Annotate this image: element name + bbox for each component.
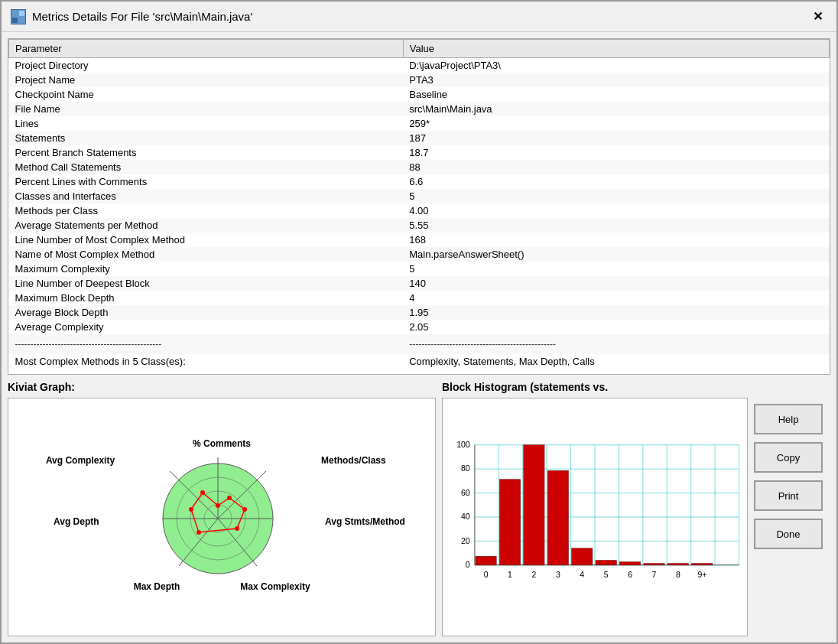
param-value: 18.7 [403, 145, 829, 160]
done-button[interactable]: Done [754, 519, 823, 549]
svg-text:9+: 9+ [697, 571, 706, 579]
param-value: 5.55 [403, 218, 829, 233]
param-name: Statements [9, 131, 404, 145]
svg-rect-54 [667, 564, 688, 565]
svg-text:80: 80 [461, 464, 470, 473]
svg-rect-53 [644, 564, 664, 565]
svg-rect-55 [692, 564, 713, 565]
param-name: Method Call Statements [9, 160, 404, 174]
table-row: Project NamePTA3 [9, 73, 830, 87]
svg-point-20 [200, 490, 205, 495]
content-area: Parameter Value Project DirectoryD:\java… [2, 32, 836, 642]
window-title: Metrics Details For File 'src\Main\Main.… [32, 10, 252, 23]
kiviat-container: % Comments Methods/Class Avg Stmts/Metho… [8, 398, 436, 636]
svg-point-18 [197, 530, 201, 535]
title-bar-left: Metrics Details For File 'src\Main\Main.… [11, 9, 252, 24]
param-name: Line Number of Most Complex Method [9, 233, 404, 247]
svg-rect-49 [547, 470, 568, 565]
help-button[interactable]: Help [754, 404, 823, 434]
kiviat-label-left: Avg Depth [54, 516, 99, 527]
svg-text:7: 7 [652, 571, 657, 579]
copy-button[interactable]: Copy [754, 442, 823, 473]
table-row: Percent Branch Statements18.7 [9, 145, 830, 160]
svg-text:3: 3 [556, 571, 560, 579]
bottom-section: Kiviat Graph: % Comments Methods/Class A… [8, 381, 830, 636]
svg-text:1: 1 [508, 571, 512, 579]
kiviat-label-topright: Methods/Class [321, 455, 386, 466]
main-window: Metrics Details For File 'src\Main\Main.… [0, 0, 838, 644]
param-name: Percent Lines with Comments [9, 174, 404, 189]
param-value: src\Main\Main.java [403, 102, 829, 116]
svg-text:4: 4 [580, 571, 584, 579]
table-row: Checkpoint NameBaseline [9, 87, 830, 102]
svg-text:2: 2 [531, 571, 536, 579]
title-bar: Metrics Details For File 'src\Main\Main.… [2, 2, 836, 32]
param-name: Project Directory [9, 58, 404, 73]
param-value: Main.parseAnswerSheet() [403, 247, 829, 262]
svg-rect-52 [619, 562, 640, 565]
print-button[interactable]: Print [754, 480, 823, 511]
param-name: Line Number of Deepest Block [9, 276, 404, 291]
histogram-svg: 0 20 40 60 80 100 [443, 398, 747, 636]
svg-rect-50 [572, 548, 593, 565]
table-row: Percent Lines with Comments6.6 [9, 174, 830, 189]
table-row: Classes and Interfaces5 [9, 189, 830, 203]
buttons-panel: Help Copy Print Done [754, 381, 830, 636]
param-value: 5 [403, 189, 829, 203]
svg-rect-46 [476, 556, 496, 565]
col-header-value: Value [403, 40, 829, 58]
table-row: Lines259* [9, 116, 830, 131]
svg-text:40: 40 [461, 512, 470, 521]
separator-row: ----------------------------------------… [9, 334, 830, 354]
svg-rect-3 [19, 18, 24, 23]
param-value: 4 [403, 291, 829, 305]
param-name: Name of Most Complex Method [9, 247, 404, 262]
svg-text:20: 20 [461, 537, 470, 545]
svg-point-17 [235, 526, 239, 531]
param-name: File Name [9, 102, 404, 116]
table-row: Maximum Complexity5 [9, 262, 830, 276]
param-value: 1.95 [403, 305, 829, 320]
param-value: Baseline [403, 87, 829, 102]
param-value: 4.00 [403, 203, 829, 218]
svg-point-14 [216, 503, 220, 508]
param-name: Average Block Depth [9, 305, 404, 320]
app-icon [11, 9, 26, 24]
svg-text:0: 0 [466, 561, 470, 569]
table-row: Methods per Class4.00 [9, 203, 830, 218]
param-value: 140 [403, 276, 829, 291]
complex-methods-row: Most Complex Methods in 5 Class(es):Comp… [9, 354, 830, 369]
kiviat-title: Kiviat Graph: [8, 381, 436, 393]
svg-rect-48 [524, 445, 544, 565]
table-row: Statements187 [9, 131, 830, 145]
close-button[interactable]: ✕ [808, 8, 827, 25]
table-row: Maximum Block Depth4 [9, 291, 830, 305]
svg-text:8: 8 [676, 571, 680, 579]
table-row: Name of Most Complex MethodMain.parseAns… [9, 247, 830, 262]
param-value: 259* [403, 116, 829, 131]
param-value: 88 [403, 160, 829, 174]
svg-rect-0 [12, 11, 18, 16]
kiviat-label-top: % Comments [193, 438, 251, 449]
kiviat-panel: Kiviat Graph: % Comments Methods/Class A… [8, 381, 436, 636]
table-row: Average Complexity2.05 [9, 320, 830, 334]
param-name: Average Statements per Method [9, 218, 404, 233]
table-row: Line Number of Deepest Block140 [9, 276, 830, 291]
metrics-table-container[interactable]: Parameter Value Project DirectoryD:\java… [8, 38, 830, 375]
param-value: D:\javaProject\PTA3\ [403, 58, 829, 73]
param-value: 2.05 [403, 320, 829, 334]
svg-point-19 [189, 507, 193, 512]
param-name: Average Complexity [9, 320, 404, 334]
svg-rect-51 [596, 561, 616, 565]
param-name: Maximum Block Depth [9, 291, 404, 305]
table-row: File Namesrc\Main\Main.java [9, 102, 830, 116]
svg-rect-47 [499, 480, 520, 565]
svg-rect-1 [19, 11, 24, 16]
param-value: PTA3 [403, 73, 829, 87]
histogram-title: Block Histogram (statements vs. [442, 381, 748, 393]
param-value: 168 [403, 233, 829, 247]
histogram-container: 0 20 40 60 80 100 [442, 398, 748, 636]
table-row: Method Call Statements88 [9, 160, 830, 174]
col-header-parameter: Parameter [9, 40, 404, 58]
param-name: Methods per Class [9, 203, 404, 218]
